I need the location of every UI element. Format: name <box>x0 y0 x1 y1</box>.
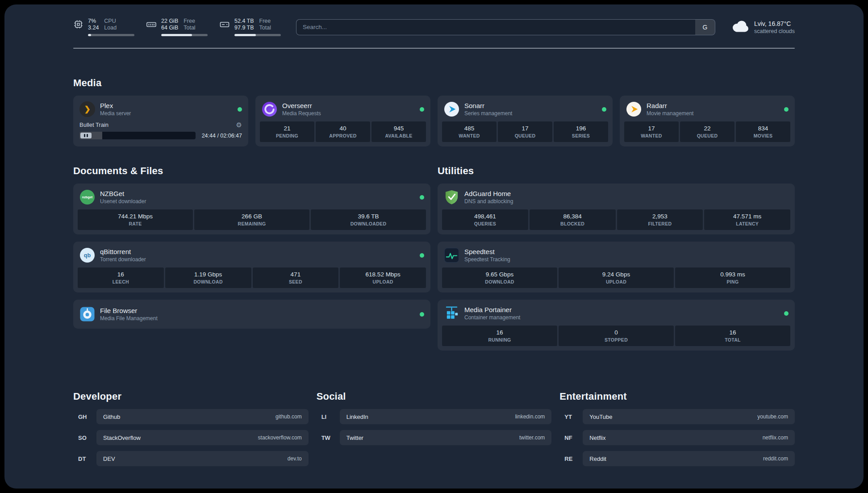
svg-text:nzbget: nzbget <box>82 195 93 199</box>
bookmark-netflix[interactable]: NF Netflix netflix.com <box>559 430 795 445</box>
service-name: Radarr <box>647 101 693 110</box>
stat-ping: 0.993 ms PING <box>675 267 790 288</box>
bookmark-url: github.com <box>275 414 302 420</box>
section-title-entertainment: Entertainment <box>559 391 795 402</box>
qbittorrent-icon: qb <box>79 247 95 263</box>
stat-remaining: 266 GB REMAINING <box>194 209 309 230</box>
plex-icon: ❯ <box>79 101 95 117</box>
cpu-value-load: 3.24 <box>88 25 99 31</box>
service-card-sonarr[interactable]: Sonarr Series management 485 WANTED 17 Q… <box>438 96 613 146</box>
section-title-social: Social <box>317 391 552 402</box>
status-dot <box>784 107 789 112</box>
stat-queued: 17 QUEUED <box>498 121 552 142</box>
service-card-qbittorrent[interactable]: qb qBittorrent Torrent downloader 16 LEE… <box>73 242 430 292</box>
pause-button[interactable] <box>80 133 92 138</box>
disk-value-total: 97.9 TB <box>234 25 254 31</box>
service-name: qBittorrent <box>100 247 146 256</box>
bookmark-abbr: DT <box>73 455 96 462</box>
stat-running: 16 RUNNING <box>442 326 557 346</box>
section-social: Social LI LinkedIn linkedin.com TW Twitt… <box>317 391 552 451</box>
memory-value-free: 22 GiB <box>161 18 178 25</box>
search-input[interactable] <box>296 20 695 35</box>
section-title-media: Media <box>73 77 795 89</box>
bookmark-stackoverflow[interactable]: SO StackOverflow stackoverflow.com <box>73 430 309 445</box>
cpu-label-1: CPU <box>104 18 117 25</box>
service-desc: Movie management <box>647 110 693 117</box>
bookmark-name: Netflix <box>589 435 605 441</box>
service-card-plex[interactable]: ❯ Plex Media server Bullet Train ⚙ <box>73 96 248 146</box>
service-desc: Usenet downloader <box>100 198 146 205</box>
bookmark-name: LinkedIn <box>346 414 368 420</box>
overseerr-icon <box>262 101 277 117</box>
section-entertainment: Entertainment YT YouTube youtube.com NF … <box>559 391 795 472</box>
service-card-filebrowser[interactable]: File Browser Media File Management <box>73 300 430 329</box>
service-desc: Media Requests <box>282 110 321 117</box>
svg-text:qb: qb <box>84 252 91 259</box>
adguard-icon <box>444 189 459 205</box>
bookmark-linkedin[interactable]: LI LinkedIn linkedin.com <box>317 409 552 424</box>
memory-value-total: 64 GiB <box>161 25 178 31</box>
service-card-overseerr[interactable]: Overseerr Media Requests 21 PENDING 40 A… <box>255 96 430 146</box>
disk-widget: 52.4 TB 97.9 TB Free Total <box>219 18 281 36</box>
memory-icon <box>146 18 157 36</box>
search-bar: G <box>296 19 715 35</box>
radarr-icon <box>626 101 642 117</box>
top-bar: 7% 3.24 CPU Load <box>73 4 795 36</box>
stat-available: 945 AVAILABLE <box>371 121 426 142</box>
stat-movies: 834 MOVIES <box>736 121 790 142</box>
bookmark-name: StackOverflow <box>103 435 141 441</box>
memory-label-1: Free <box>184 18 195 25</box>
stat-queries: 498,461 QUERIES <box>442 209 528 230</box>
section-documents: Documents & Files nzbget NZBGet Usenet d <box>73 165 430 336</box>
now-playing-title: Bullet Train <box>79 121 108 128</box>
stat-filtered: 2,953 FILTERED <box>617 209 703 230</box>
memory-widget: 22 GiB 64 GiB Free Total <box>146 18 208 36</box>
stat-upload: 9.24 Gbps UPLOAD <box>559 267 674 288</box>
settings-gear-icon[interactable]: ⚙ <box>236 121 242 128</box>
service-name: File Browser <box>100 306 158 315</box>
service-card-radarr[interactable]: Radarr Movie management 17 WANTED 22 QUE… <box>620 96 795 146</box>
stat-leech: 16 LEECH <box>78 267 164 288</box>
bookmark-abbr: TW <box>317 435 340 441</box>
sonarr-icon <box>444 101 459 117</box>
stat-wanted: 485 WANTED <box>442 121 497 142</box>
cpu-icon <box>73 18 83 36</box>
bookmark-abbr: RE <box>559 455 583 462</box>
section-media: Media ❯ Plex Media server Bullet Tr <box>73 77 795 146</box>
stat-stopped: 0 STOPPED <box>559 326 674 346</box>
status-dot <box>420 107 424 112</box>
service-desc: DNS and adblocking <box>464 198 513 205</box>
playback-progress-bar[interactable] <box>79 132 196 139</box>
bookmark-name: Twitter <box>346 435 363 441</box>
nzbget-icon: nzbget <box>79 189 95 205</box>
bookmark-twitter[interactable]: TW Twitter twitter.com <box>317 430 552 445</box>
section-title-developer: Developer <box>73 391 309 402</box>
dashboard-window: 7% 3.24 CPU Load <box>4 4 864 489</box>
filebrowser-icon <box>79 306 95 322</box>
service-desc: Container management <box>464 314 520 321</box>
section-utilities: Utilities <box>438 165 795 358</box>
bookmark-url: reddit.com <box>763 455 788 462</box>
bookmark-github[interactable]: GH Github github.com <box>73 409 309 424</box>
memory-progress-bar <box>161 34 208 36</box>
bookmark-youtube[interactable]: YT YouTube youtube.com <box>559 409 795 424</box>
cpu-label-2: Load <box>104 25 117 31</box>
service-name: Overseerr <box>282 101 321 110</box>
weather-condition: scattered clouds <box>754 28 795 35</box>
search-provider-button[interactable]: G <box>695 20 715 35</box>
section-title-documents: Documents & Files <box>73 165 430 177</box>
bookmark-reddit[interactable]: RE Reddit reddit.com <box>559 451 795 466</box>
service-card-adguard[interactable]: AdGuard Home DNS and adblocking 498,461 … <box>438 184 795 234</box>
service-desc: Series management <box>464 110 512 117</box>
service-card-nzbget[interactable]: nzbget NZBGet Usenet downloader 744.21 M… <box>73 184 430 234</box>
service-card-portainer[interactable]: Media Portainer Container management 16 … <box>438 300 795 351</box>
service-desc: Torrent downloader <box>100 256 146 263</box>
service-name: Speedtest <box>464 247 510 256</box>
service-card-speedtest[interactable]: Speedtest Speedtest Tracking 9.65 Gbps D… <box>438 242 795 292</box>
stat-seed: 471 SEED <box>253 267 339 288</box>
disk-value-free: 52.4 TB <box>234 18 254 25</box>
stat-download: 1.19 Gbps DOWNLOAD <box>165 267 251 288</box>
weather-widget[interactable]: Lviv, 16.87°C scattered clouds <box>730 20 795 35</box>
portainer-icon <box>444 305 459 321</box>
bookmark-dev[interactable]: DT DEV dev.to <box>73 451 309 466</box>
